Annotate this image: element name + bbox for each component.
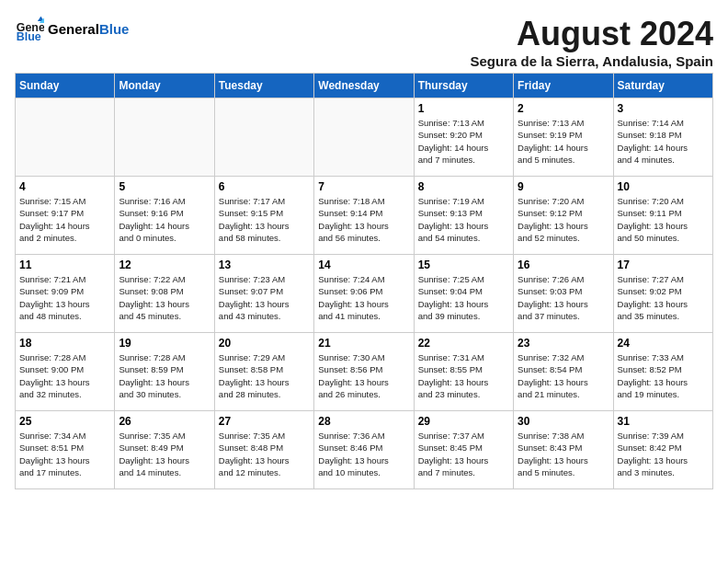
week-row-1: 1Sunrise: 7:13 AM Sunset: 9:20 PM Daylig…	[16, 98, 713, 177]
day-cell: 15Sunrise: 7:25 AM Sunset: 9:04 PM Dayli…	[414, 255, 513, 333]
day-number: 4	[19, 180, 110, 193]
day-number: 6	[219, 180, 310, 193]
weekday-header-tuesday: Tuesday	[214, 74, 313, 98]
day-cell: 21Sunrise: 7:30 AM Sunset: 8:56 PM Dayli…	[314, 333, 414, 411]
day-info: Sunrise: 7:33 AM Sunset: 8:52 PM Dayligh…	[618, 351, 709, 400]
day-number: 18	[19, 337, 110, 350]
day-cell: 27Sunrise: 7:35 AM Sunset: 8:48 PM Dayli…	[214, 411, 313, 489]
day-cell: 12Sunrise: 7:22 AM Sunset: 9:08 PM Dayli…	[115, 255, 214, 333]
day-cell: 13Sunrise: 7:23 AM Sunset: 9:07 PM Dayli…	[214, 255, 313, 333]
calendar-table: SundayMondayTuesdayWednesdayThursdayFrid…	[15, 73, 713, 489]
logo: General Blue GeneralBlue	[15, 15, 129, 44]
day-info: Sunrise: 7:34 AM Sunset: 8:51 PM Dayligh…	[19, 430, 110, 478]
week-row-2: 4Sunrise: 7:15 AM Sunset: 9:17 PM Daylig…	[16, 177, 713, 255]
day-info: Sunrise: 7:38 AM Sunset: 8:43 PM Dayligh…	[518, 430, 609, 478]
day-cell: 28Sunrise: 7:36 AM Sunset: 8:46 PM Dayli…	[314, 411, 414, 489]
weekday-header-saturday: Saturday	[613, 74, 712, 98]
day-number: 5	[119, 180, 210, 193]
day-cell: 8Sunrise: 7:19 AM Sunset: 9:13 PM Daylig…	[414, 177, 513, 255]
day-info: Sunrise: 7:13 AM Sunset: 9:19 PM Dayligh…	[518, 117, 609, 166]
day-cell: 2Sunrise: 7:13 AM Sunset: 9:19 PM Daylig…	[514, 98, 613, 177]
weekday-header-thursday: Thursday	[414, 74, 513, 98]
day-number: 26	[119, 415, 210, 428]
day-cell: 22Sunrise: 7:31 AM Sunset: 8:55 PM Dayli…	[414, 333, 513, 411]
day-number: 20	[219, 337, 310, 350]
day-info: Sunrise: 7:21 AM Sunset: 9:09 PM Dayligh…	[19, 273, 110, 322]
day-cell: 18Sunrise: 7:28 AM Sunset: 9:00 PM Dayli…	[16, 333, 115, 411]
day-info: Sunrise: 7:30 AM Sunset: 8:56 PM Dayligh…	[318, 351, 409, 400]
day-info: Sunrise: 7:29 AM Sunset: 8:58 PM Dayligh…	[219, 351, 310, 400]
day-number: 19	[119, 337, 210, 350]
day-cell: 14Sunrise: 7:24 AM Sunset: 9:06 PM Dayli…	[314, 255, 414, 333]
day-number: 16	[518, 259, 609, 271]
day-cell: 26Sunrise: 7:35 AM Sunset: 8:49 PM Dayli…	[115, 411, 214, 489]
day-info: Sunrise: 7:16 AM Sunset: 9:16 PM Dayligh…	[119, 195, 210, 244]
day-cell: 24Sunrise: 7:33 AM Sunset: 8:52 PM Dayli…	[613, 333, 712, 411]
day-info: Sunrise: 7:19 AM Sunset: 9:13 PM Dayligh…	[418, 195, 509, 244]
day-number: 28	[318, 415, 409, 428]
day-info: Sunrise: 7:20 AM Sunset: 9:12 PM Dayligh…	[518, 195, 609, 244]
day-number: 21	[318, 337, 409, 350]
day-number: 14	[318, 259, 409, 271]
week-row-3: 11Sunrise: 7:21 AM Sunset: 9:09 PM Dayli…	[16, 255, 713, 333]
day-info: Sunrise: 7:27 AM Sunset: 9:02 PM Dayligh…	[618, 273, 709, 322]
day-number: 2	[518, 102, 609, 115]
day-info: Sunrise: 7:26 AM Sunset: 9:03 PM Dayligh…	[518, 273, 609, 322]
week-row-5: 25Sunrise: 7:34 AM Sunset: 8:51 PM Dayli…	[16, 411, 713, 489]
day-info: Sunrise: 7:28 AM Sunset: 9:00 PM Dayligh…	[19, 351, 110, 400]
day-info: Sunrise: 7:36 AM Sunset: 8:46 PM Dayligh…	[318, 430, 409, 478]
weekday-header-friday: Friday	[514, 74, 613, 98]
day-cell: 29Sunrise: 7:37 AM Sunset: 8:45 PM Dayli…	[414, 411, 513, 489]
day-cell: 30Sunrise: 7:38 AM Sunset: 8:43 PM Dayli…	[514, 411, 613, 489]
weekday-header-monday: Monday	[115, 74, 214, 98]
location-subtitle: Segura de la Sierra, Andalusia, Spain	[470, 53, 713, 69]
day-cell: 6Sunrise: 7:17 AM Sunset: 9:15 PM Daylig…	[214, 177, 313, 255]
day-number: 10	[618, 180, 709, 193]
day-number: 3	[618, 102, 709, 115]
day-cell: 20Sunrise: 7:29 AM Sunset: 8:58 PM Dayli…	[214, 333, 313, 411]
day-info: Sunrise: 7:17 AM Sunset: 9:15 PM Dayligh…	[219, 195, 310, 244]
day-cell	[214, 98, 313, 177]
day-cell: 3Sunrise: 7:14 AM Sunset: 9:18 PM Daylig…	[613, 98, 712, 177]
day-info: Sunrise: 7:39 AM Sunset: 8:42 PM Dayligh…	[618, 430, 709, 478]
day-cell: 31Sunrise: 7:39 AM Sunset: 8:42 PM Dayli…	[613, 411, 712, 489]
day-info: Sunrise: 7:14 AM Sunset: 9:18 PM Dayligh…	[618, 117, 709, 166]
svg-text:Blue: Blue	[17, 30, 41, 43]
day-cell: 17Sunrise: 7:27 AM Sunset: 9:02 PM Dayli…	[613, 255, 712, 333]
title-block: August 2024 Segura de la Sierra, Andalus…	[470, 15, 713, 69]
day-number: 9	[518, 180, 609, 193]
day-info: Sunrise: 7:35 AM Sunset: 8:48 PM Dayligh…	[219, 430, 310, 478]
week-row-4: 18Sunrise: 7:28 AM Sunset: 9:00 PM Dayli…	[16, 333, 713, 411]
logo-icon: General Blue	[15, 15, 44, 44]
weekday-header-sunday: Sunday	[16, 74, 115, 98]
day-cell	[314, 98, 414, 177]
day-info: Sunrise: 7:15 AM Sunset: 9:17 PM Dayligh…	[19, 195, 110, 244]
day-info: Sunrise: 7:20 AM Sunset: 9:11 PM Dayligh…	[618, 195, 709, 244]
month-year-title: August 2024	[470, 15, 713, 53]
day-cell: 25Sunrise: 7:34 AM Sunset: 8:51 PM Dayli…	[16, 411, 115, 489]
day-cell	[115, 98, 214, 177]
day-number: 1	[418, 102, 509, 115]
weekday-header-wednesday: Wednesday	[314, 74, 414, 98]
day-number: 17	[618, 259, 709, 271]
day-cell: 9Sunrise: 7:20 AM Sunset: 9:12 PM Daylig…	[514, 177, 613, 255]
logo-general-text: General	[48, 21, 99, 37]
day-info: Sunrise: 7:25 AM Sunset: 9:04 PM Dayligh…	[418, 273, 509, 322]
day-cell: 19Sunrise: 7:28 AM Sunset: 8:59 PM Dayli…	[115, 333, 214, 411]
weekday-header-row: SundayMondayTuesdayWednesdayThursdayFrid…	[16, 74, 713, 98]
day-cell: 7Sunrise: 7:18 AM Sunset: 9:14 PM Daylig…	[314, 177, 414, 255]
day-cell: 23Sunrise: 7:32 AM Sunset: 8:54 PM Dayli…	[514, 333, 613, 411]
day-info: Sunrise: 7:18 AM Sunset: 9:14 PM Dayligh…	[318, 195, 409, 244]
day-number: 13	[219, 259, 310, 271]
day-cell: 16Sunrise: 7:26 AM Sunset: 9:03 PM Dayli…	[514, 255, 613, 333]
logo-blue-text: Blue	[99, 21, 130, 37]
day-number: 25	[19, 415, 110, 428]
day-info: Sunrise: 7:23 AM Sunset: 9:07 PM Dayligh…	[219, 273, 310, 322]
day-cell	[16, 98, 115, 177]
day-cell: 10Sunrise: 7:20 AM Sunset: 9:11 PM Dayli…	[613, 177, 712, 255]
day-number: 30	[518, 415, 609, 428]
day-info: Sunrise: 7:13 AM Sunset: 9:20 PM Dayligh…	[418, 117, 509, 166]
day-info: Sunrise: 7:37 AM Sunset: 8:45 PM Dayligh…	[418, 430, 509, 478]
day-cell: 4Sunrise: 7:15 AM Sunset: 9:17 PM Daylig…	[16, 177, 115, 255]
day-number: 8	[418, 180, 509, 193]
